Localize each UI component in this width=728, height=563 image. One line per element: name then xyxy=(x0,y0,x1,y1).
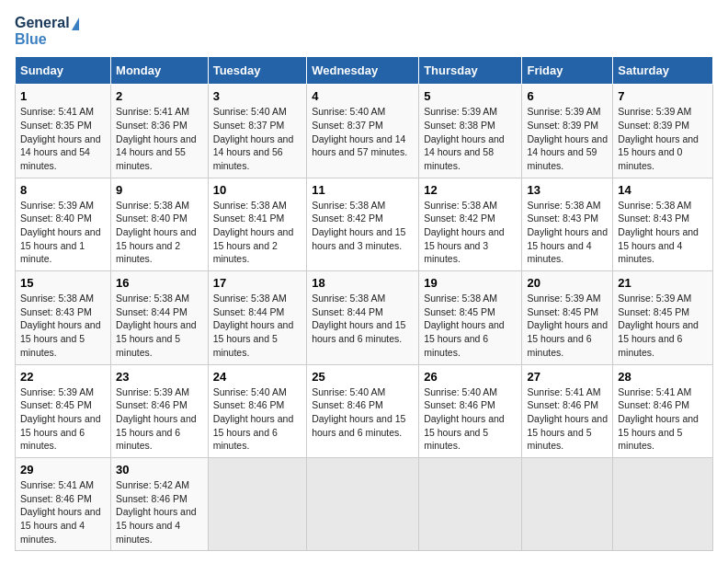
day-info: Sunrise: 5:40 AM Sunset: 8:46 PM Dayligh… xyxy=(312,385,414,440)
day-number: 4 xyxy=(312,89,414,103)
day-number: 7 xyxy=(618,89,708,103)
calendar-cell: 17 Sunrise: 5:38 AM Sunset: 8:44 PM Dayl… xyxy=(208,271,307,364)
week-row-1: 1 Sunrise: 5:41 AM Sunset: 8:35 PM Dayli… xyxy=(16,85,713,178)
day-info: Sunrise: 5:38 AM Sunset: 8:41 PM Dayligh… xyxy=(213,199,302,266)
calendar-header-row: SundayMondayTuesdayWednesdayThursdayFrid… xyxy=(16,57,713,85)
day-number: 5 xyxy=(424,89,517,103)
day-info: Sunrise: 5:41 AM Sunset: 8:46 PM Dayligh… xyxy=(618,385,708,453)
day-number: 21 xyxy=(618,276,708,290)
week-row-2: 8 Sunrise: 5:39 AM Sunset: 8:40 PM Dayli… xyxy=(16,178,713,270)
day-info: Sunrise: 5:38 AM Sunset: 8:42 PM Dayligh… xyxy=(424,199,517,266)
week-row-4: 22 Sunrise: 5:39 AM Sunset: 8:45 PM Dayl… xyxy=(16,364,713,457)
day-number: 16 xyxy=(116,276,203,290)
day-info: Sunrise: 5:38 AM Sunset: 8:44 PM Dayligh… xyxy=(312,292,414,346)
day-number: 22 xyxy=(20,370,106,384)
day-info: Sunrise: 5:40 AM Sunset: 8:46 PM Dayligh… xyxy=(213,385,302,453)
calendar-table: SundayMondayTuesdayWednesdayThursdayFrid… xyxy=(15,56,713,551)
day-info: Sunrise: 5:41 AM Sunset: 8:35 PM Dayligh… xyxy=(20,105,106,172)
day-info: Sunrise: 5:42 AM Sunset: 8:46 PM Dayligh… xyxy=(116,478,203,546)
header-cell-friday: Friday xyxy=(522,57,613,85)
header-cell-thursday: Thursday xyxy=(419,57,522,85)
day-number: 23 xyxy=(116,370,203,384)
day-number: 1 xyxy=(20,89,106,103)
day-info: Sunrise: 5:39 AM Sunset: 8:40 PM Dayligh… xyxy=(20,199,106,266)
calendar-cell xyxy=(522,457,613,550)
day-info: Sunrise: 5:38 AM Sunset: 8:43 PM Dayligh… xyxy=(527,199,608,266)
day-number: 25 xyxy=(312,370,414,384)
day-number: 9 xyxy=(116,183,203,197)
calendar-cell xyxy=(613,457,713,550)
day-info: Sunrise: 5:41 AM Sunset: 8:46 PM Dayligh… xyxy=(20,478,106,546)
day-info: Sunrise: 5:38 AM Sunset: 8:43 PM Dayligh… xyxy=(618,199,708,266)
calendar-cell: 12 Sunrise: 5:38 AM Sunset: 8:42 PM Dayl… xyxy=(419,178,522,270)
header-cell-saturday: Saturday xyxy=(613,57,713,85)
calendar-cell: 5 Sunrise: 5:39 AM Sunset: 8:38 PM Dayli… xyxy=(419,85,522,178)
calendar-cell xyxy=(307,457,419,550)
day-info: Sunrise: 5:38 AM Sunset: 8:42 PM Dayligh… xyxy=(312,199,414,253)
day-number: 29 xyxy=(20,463,106,477)
day-info: Sunrise: 5:39 AM Sunset: 8:39 PM Dayligh… xyxy=(618,105,708,172)
calendar-cell: 25 Sunrise: 5:40 AM Sunset: 8:46 PM Dayl… xyxy=(307,364,419,457)
day-number: 3 xyxy=(213,89,302,103)
day-number: 2 xyxy=(116,89,203,103)
day-number: 28 xyxy=(618,370,708,384)
calendar-cell: 7 Sunrise: 5:39 AM Sunset: 8:39 PM Dayli… xyxy=(613,85,713,178)
calendar-cell: 16 Sunrise: 5:38 AM Sunset: 8:44 PM Dayl… xyxy=(111,271,209,364)
calendar-cell: 10 Sunrise: 5:38 AM Sunset: 8:41 PM Dayl… xyxy=(208,178,307,270)
day-number: 14 xyxy=(618,183,708,197)
logo: General Blue xyxy=(15,15,79,47)
calendar-cell: 9 Sunrise: 5:38 AM Sunset: 8:40 PM Dayli… xyxy=(111,178,209,270)
calendar-cell: 3 Sunrise: 5:40 AM Sunset: 8:37 PM Dayli… xyxy=(208,85,307,178)
calendar-cell: 24 Sunrise: 5:40 AM Sunset: 8:46 PM Dayl… xyxy=(208,364,307,457)
day-info: Sunrise: 5:40 AM Sunset: 8:46 PM Dayligh… xyxy=(424,385,517,453)
calendar-cell: 23 Sunrise: 5:39 AM Sunset: 8:46 PM Dayl… xyxy=(111,364,209,457)
calendar-cell: 19 Sunrise: 5:38 AM Sunset: 8:45 PM Dayl… xyxy=(419,271,522,364)
day-info: Sunrise: 5:38 AM Sunset: 8:43 PM Dayligh… xyxy=(20,292,106,359)
calendar-cell: 26 Sunrise: 5:40 AM Sunset: 8:46 PM Dayl… xyxy=(419,364,522,457)
day-number: 18 xyxy=(312,276,414,290)
day-number: 27 xyxy=(527,370,608,384)
day-info: Sunrise: 5:40 AM Sunset: 8:37 PM Dayligh… xyxy=(213,105,302,172)
day-number: 11 xyxy=(312,183,414,197)
calendar-cell: 18 Sunrise: 5:38 AM Sunset: 8:44 PM Dayl… xyxy=(307,271,419,364)
day-number: 6 xyxy=(527,89,608,103)
calendar-cell: 8 Sunrise: 5:39 AM Sunset: 8:40 PM Dayli… xyxy=(16,178,111,270)
day-number: 19 xyxy=(424,276,517,290)
header: General Blue xyxy=(15,15,713,47)
calendar-cell: 21 Sunrise: 5:39 AM Sunset: 8:45 PM Dayl… xyxy=(613,271,713,364)
calendar-cell: 28 Sunrise: 5:41 AM Sunset: 8:46 PM Dayl… xyxy=(613,364,713,457)
day-number: 15 xyxy=(20,276,106,290)
day-info: Sunrise: 5:39 AM Sunset: 8:45 PM Dayligh… xyxy=(20,385,106,453)
calendar-cell: 11 Sunrise: 5:38 AM Sunset: 8:42 PM Dayl… xyxy=(307,178,419,270)
calendar-cell: 30 Sunrise: 5:42 AM Sunset: 8:46 PM Dayl… xyxy=(111,457,209,550)
day-number: 10 xyxy=(213,183,302,197)
week-row-3: 15 Sunrise: 5:38 AM Sunset: 8:43 PM Dayl… xyxy=(16,271,713,364)
header-cell-sunday: Sunday xyxy=(16,57,111,85)
day-info: Sunrise: 5:38 AM Sunset: 8:44 PM Dayligh… xyxy=(116,292,203,359)
logo-text: General Blue xyxy=(15,15,79,47)
calendar-cell: 27 Sunrise: 5:41 AM Sunset: 8:46 PM Dayl… xyxy=(522,364,613,457)
day-number: 30 xyxy=(116,463,203,477)
day-info: Sunrise: 5:38 AM Sunset: 8:40 PM Dayligh… xyxy=(116,199,203,266)
day-number: 20 xyxy=(527,276,608,290)
calendar-cell: 13 Sunrise: 5:38 AM Sunset: 8:43 PM Dayl… xyxy=(522,178,613,270)
calendar-cell: 22 Sunrise: 5:39 AM Sunset: 8:45 PM Dayl… xyxy=(16,364,111,457)
day-info: Sunrise: 5:39 AM Sunset: 8:45 PM Dayligh… xyxy=(618,292,708,359)
calendar-cell: 20 Sunrise: 5:39 AM Sunset: 8:45 PM Dayl… xyxy=(522,271,613,364)
day-info: Sunrise: 5:38 AM Sunset: 8:45 PM Dayligh… xyxy=(424,292,517,359)
day-info: Sunrise: 5:41 AM Sunset: 8:46 PM Dayligh… xyxy=(527,385,608,453)
calendar-cell xyxy=(419,457,522,550)
day-number: 24 xyxy=(213,370,302,384)
day-info: Sunrise: 5:38 AM Sunset: 8:44 PM Dayligh… xyxy=(213,292,302,359)
header-cell-wednesday: Wednesday xyxy=(307,57,419,85)
calendar-cell: 6 Sunrise: 5:39 AM Sunset: 8:39 PM Dayli… xyxy=(522,85,613,178)
day-number: 13 xyxy=(527,183,608,197)
day-info: Sunrise: 5:40 AM Sunset: 8:37 PM Dayligh… xyxy=(312,105,414,159)
calendar-cell xyxy=(208,457,307,550)
calendar-body: 1 Sunrise: 5:41 AM Sunset: 8:35 PM Dayli… xyxy=(16,85,713,551)
day-number: 17 xyxy=(213,276,302,290)
day-info: Sunrise: 5:39 AM Sunset: 8:45 PM Dayligh… xyxy=(527,292,608,359)
header-cell-tuesday: Tuesday xyxy=(208,57,307,85)
day-info: Sunrise: 5:41 AM Sunset: 8:36 PM Dayligh… xyxy=(116,105,203,172)
calendar-cell: 2 Sunrise: 5:41 AM Sunset: 8:36 PM Dayli… xyxy=(111,85,209,178)
